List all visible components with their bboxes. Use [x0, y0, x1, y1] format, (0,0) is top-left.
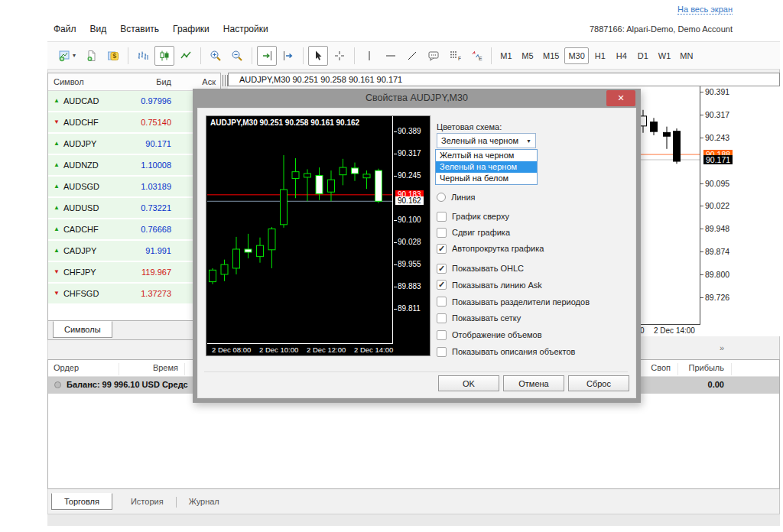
- timeframe-M5[interactable]: M5: [518, 47, 538, 64]
- checkbox-row[interactable]: Отображение объемов: [437, 329, 542, 341]
- checkbox-icon[interactable]: ✓: [437, 280, 447, 290]
- checkbox-icon[interactable]: [437, 347, 447, 357]
- price-tick-label: 90.317: [398, 149, 421, 157]
- vertical-line-button[interactable]: [359, 46, 379, 66]
- ok-button[interactable]: OK: [438, 375, 499, 391]
- menu-Графики[interactable]: Графики: [173, 24, 210, 34]
- cancel-button[interactable]: Отмена: [503, 375, 564, 391]
- bid-cell: 91.991: [130, 246, 177, 255]
- symbol-cell: ▲CADCHF: [48, 225, 130, 234]
- menu-Настройки[interactable]: Настройки: [223, 24, 268, 34]
- auto-scroll-button[interactable]: [257, 46, 277, 66]
- zoom-out-button[interactable]: [227, 46, 247, 66]
- column-ask[interactable]: Аск: [177, 77, 220, 86]
- up-arrow-icon: ▲: [54, 205, 60, 211]
- checkbox-row[interactable]: Показывать сетку: [437, 312, 521, 324]
- price-tick-label: 89.726: [705, 293, 729, 302]
- checkbox-icon[interactable]: ✓: [437, 264, 447, 274]
- symbol-name: CADJPY: [63, 246, 96, 255]
- checkbox-row[interactable]: Показывать разделители периодов: [437, 296, 590, 308]
- bar-chart-button[interactable]: [133, 46, 153, 66]
- chart-shift-button[interactable]: [278, 46, 298, 66]
- trendline-button[interactable]: [402, 46, 422, 66]
- horizontal-line-icon: [385, 50, 397, 62]
- radio-icon[interactable]: [437, 193, 446, 202]
- crosshair-button[interactable]: [330, 46, 349, 66]
- cursor-button[interactable]: [308, 46, 328, 66]
- line-chart-button[interactable]: [176, 46, 196, 66]
- fibonacci-button[interactable]: F: [445, 46, 465, 66]
- timeframe-MN[interactable]: MN: [676, 47, 697, 64]
- scheme-option-2[interactable]: Черный на белом: [436, 173, 537, 184]
- zoom-out-icon: [231, 50, 243, 62]
- timeframe-M15[interactable]: M15: [539, 47, 563, 64]
- timeframe-W1[interactable]: W1: [655, 47, 675, 64]
- panel-splitter[interactable]: [223, 75, 228, 86]
- checkbox-icon[interactable]: [437, 228, 447, 238]
- indicators-list-button[interactable]: E: [466, 46, 486, 66]
- checkbox-icon[interactable]: [437, 330, 447, 340]
- chevron-down-icon[interactable]: ▾: [73, 52, 76, 59]
- checkbox-icon[interactable]: [437, 212, 447, 222]
- timeframe-H4[interactable]: H4: [612, 47, 632, 64]
- candlestick-chart-button[interactable]: [154, 46, 174, 66]
- preview-price-scale: 90.38990.31790.24590.18390.16290.10090.0…: [394, 116, 430, 344]
- symbol-cell: ▲CADJPY: [48, 246, 130, 255]
- tab-symbols[interactable]: Символы: [53, 321, 112, 338]
- checkbox-row[interactable]: ✓Автопрокрутка графика: [437, 242, 544, 255]
- text-label-button[interactable]: [424, 46, 443, 66]
- column-divider: [731, 363, 732, 375]
- tab-journal[interactable]: Журнал: [177, 494, 232, 509]
- checkbox-icon[interactable]: [437, 297, 447, 307]
- checkbox-row[interactable]: ✓Показывать OHLC: [437, 262, 524, 274]
- collapse-icon[interactable]: [54, 381, 61, 388]
- new-chart-button[interactable]: ▾: [54, 46, 80, 66]
- new-chart-icon: [59, 50, 71, 62]
- scheme-option-1[interactable]: Зеленый на черном: [436, 161, 537, 173]
- checkbox-icon[interactable]: [437, 313, 447, 323]
- column-bid[interactable]: Бид: [130, 77, 177, 86]
- checkbox-row[interactable]: Сдвиг графика: [437, 226, 510, 238]
- checkbox-icon[interactable]: ✓: [437, 244, 447, 254]
- column-divider: [677, 363, 678, 375]
- close-button[interactable]: ✕: [606, 90, 635, 106]
- tab-history[interactable]: История: [119, 494, 176, 509]
- column-order[interactable]: Ордер: [54, 363, 79, 372]
- symbol-name: AUDUSD: [63, 203, 99, 212]
- menu-Вставить[interactable]: Вставить: [120, 24, 159, 34]
- checkbox-label: Показывать описания объектов: [452, 347, 575, 356]
- tab-trade[interactable]: Торговля: [51, 493, 112, 510]
- timeframe-M1[interactable]: M1: [496, 47, 516, 64]
- menu-Файл[interactable]: Файл: [54, 24, 76, 34]
- zoom-in-button[interactable]: [206, 46, 226, 66]
- checkbox-row[interactable]: Показывать описания объектов: [437, 345, 575, 358]
- timeframe-D1[interactable]: D1: [633, 47, 653, 64]
- new-order-button[interactable]: [82, 46, 102, 66]
- scheme-option-0[interactable]: Желтый на черном: [436, 150, 537, 161]
- price-tick-label: 89.948: [705, 224, 729, 233]
- column-symbol[interactable]: Символ: [48, 77, 130, 86]
- timeframe-M30[interactable]: M30: [564, 47, 588, 64]
- reset-button[interactable]: Сброс: [568, 375, 629, 391]
- horizontal-line-button[interactable]: [381, 46, 401, 66]
- quotes-button[interactable]: $: [103, 46, 123, 66]
- column-time[interactable]: Время: [125, 363, 178, 372]
- line-radio-row[interactable]: Линия: [437, 191, 476, 203]
- column-divider: [184, 363, 185, 375]
- main-chart-price-scale[interactable]: 90.39190.31790.24390.18890.17190.09590.0…: [700, 86, 780, 325]
- checkbox-row[interactable]: ✓Показывать линию Ask: [437, 279, 542, 291]
- checkbox-row[interactable]: График сверху: [437, 210, 509, 222]
- column-profit[interactable]: Прибыль: [688, 363, 724, 372]
- expand-chevron[interactable]: »: [720, 343, 724, 352]
- symbol-name: CADCHF: [63, 225, 99, 234]
- preview-plot: [207, 116, 393, 344]
- column-swap[interactable]: Своп: [651, 363, 671, 372]
- color-scheme-select[interactable]: Зеленый на черном ▼: [437, 133, 536, 148]
- line-chart-icon: [180, 50, 192, 62]
- fullscreen-link[interactable]: На весь экран: [677, 5, 733, 15]
- menu-Вид[interactable]: Вид: [90, 24, 107, 34]
- symbol-name: AUDNZD: [63, 161, 99, 170]
- bid-cell: 1.10008: [130, 161, 177, 170]
- timeframe-H1[interactable]: H1: [590, 47, 610, 64]
- up-arrow-icon: ▲: [54, 141, 60, 147]
